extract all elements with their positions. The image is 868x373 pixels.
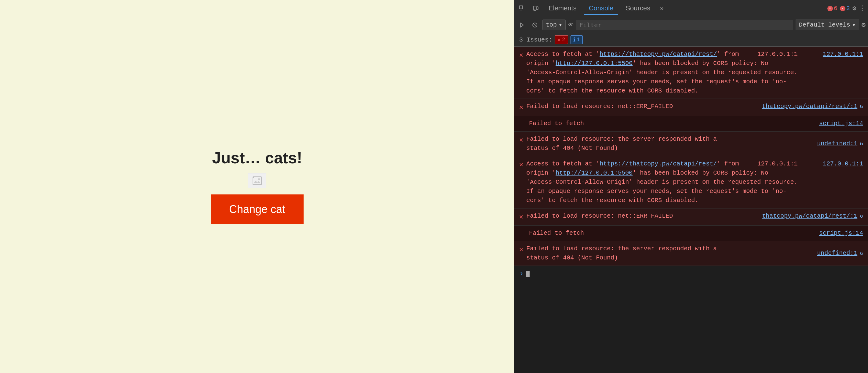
- svg-line-11: [533, 24, 536, 27]
- cors-link-4[interactable]: https://thatcopy.pw/catapi/rest/: [599, 160, 717, 167]
- console-entry-6: ✕ Failed to load resource: the server re…: [514, 241, 868, 266]
- context-selector[interactable]: top ▾: [542, 20, 566, 30]
- console-msg-4: Access to fetch at 'https://thatcopy.pw/…: [526, 159, 820, 205]
- console-msg-2: Failed to load resource: net::ERR_FAILED: [526, 102, 760, 111]
- source-link-4[interactable]: 127.0.0.1:1: [823, 159, 863, 205]
- error-icon-1: ✕: [519, 50, 523, 61]
- reload-icon-5[interactable]: ↻: [860, 212, 863, 221]
- settings-icon[interactable]: ⚙: [852, 4, 857, 12]
- console-sub-5: Failed to fetch script.js:14: [514, 226, 868, 241]
- console-output: ✕ Access to fetch at 'https://thatcopy.p…: [514, 47, 868, 373]
- sub-source-2[interactable]: script.js:14: [819, 119, 863, 128]
- svg-marker-9: [521, 23, 524, 27]
- error-icon-3: ✕: [519, 135, 523, 145]
- error-icon-2: ✕: [519, 103, 523, 113]
- source-link-6[interactable]: undefined:1: [817, 249, 857, 258]
- source-link-2[interactable]: thatcopy.pw/catapi/rest/:1: [762, 102, 857, 111]
- origin-link-4[interactable]: http://127.0.0.1:5500: [556, 169, 632, 176]
- reload-icon-6[interactable]: ↻: [860, 249, 863, 258]
- console-entry-2: ✕ Failed to load resource: net::ERR_FAIL…: [514, 99, 868, 116]
- console-msg-5: Failed to load resource: net::ERR_FAILED: [526, 211, 760, 221]
- levels-selector[interactable]: Default levels ▾: [796, 20, 859, 30]
- console-entry-4: ✕ Access to fetch at 'https://thatcopy.p…: [514, 156, 868, 208]
- device-icon[interactable]: [530, 3, 541, 14]
- console-sub-msg-5: Failed to fetch: [529, 229, 817, 238]
- context-label: top: [546, 21, 557, 28]
- issues-red-x: ✕: [557, 36, 561, 43]
- broken-image: [248, 173, 266, 188]
- more-options-icon[interactable]: ⋮: [859, 4, 866, 12]
- tab-elements[interactable]: Elements: [544, 2, 582, 15]
- change-cat-button[interactable]: Change cat: [211, 195, 304, 224]
- error-icon-6: ✕: [519, 245, 523, 255]
- console-msg-3: Failed to load resource: the server resp…: [526, 135, 814, 153]
- console-sub-2: Failed to fetch script.js:14: [514, 116, 868, 132]
- devtools-tab-bar: Elements Console Sources » ✕ 6 ✕ 2 ⚙ ⋮: [514, 0, 868, 17]
- tab-console[interactable]: Console: [584, 2, 618, 15]
- console-msg-6: Failed to load resource: the server resp…: [526, 244, 814, 263]
- issues-bar: 3 Issues: ✕ 2 ℹ 1: [514, 33, 868, 47]
- console-entry-3: ✕ Failed to load resource: the server re…: [514, 132, 868, 156]
- sub-source-5[interactable]: script.js:14: [819, 229, 863, 238]
- execute-icon[interactable]: [517, 20, 527, 30]
- issues-blue-icon: ℹ: [573, 36, 576, 43]
- error-icon-5: ✕: [519, 212, 523, 222]
- error-icon-4: ✕: [519, 160, 523, 170]
- warning-x-icon: ✕: [840, 6, 845, 11]
- webpage-panel: Just… cats! Change cat: [0, 0, 514, 373]
- prompt-cursor: [526, 271, 530, 277]
- console-entry-5: ✕ Failed to load resource: net::ERR_FAIL…: [514, 208, 868, 226]
- svg-rect-3: [520, 6, 523, 9]
- issues-label: 3 Issues:: [519, 36, 552, 43]
- cors-link-1[interactable]: https://thatcopy.pw/catapi/rest/: [599, 51, 717, 58]
- page-title: Just… cats!: [212, 149, 302, 167]
- console-sub-msg-2: Failed to fetch: [529, 119, 817, 128]
- clear-icon[interactable]: [530, 20, 540, 30]
- source-link-1[interactable]: 127.0.0.1:1: [823, 50, 863, 96]
- svg-rect-0: [253, 177, 261, 185]
- console-toolbar: top ▾ 👁 Default levels ▾ ⚙: [514, 17, 868, 33]
- issues-red-count[interactable]: ✕ 2: [555, 35, 568, 44]
- inspect-icon[interactable]: [517, 3, 528, 14]
- tab-sources[interactable]: Sources: [621, 2, 655, 15]
- reload-icon-3[interactable]: ↻: [860, 140, 863, 148]
- console-msg-1: Access to fetch at 'https://thatcopy.pw/…: [526, 50, 820, 96]
- console-entry-1: ✕ Access to fetch at 'https://thatcopy.p…: [514, 47, 868, 99]
- source-link-3[interactable]: undefined:1: [817, 139, 857, 148]
- origin-link-1[interactable]: http://127.0.0.1:5500: [556, 60, 632, 67]
- filter-input[interactable]: [576, 20, 793, 30]
- warning-badge: ✕ 2: [840, 5, 850, 12]
- reload-icon-2[interactable]: ↻: [860, 103, 863, 111]
- error-x-icon: ✕: [827, 6, 833, 11]
- eye-icon[interactable]: 👁: [568, 22, 574, 28]
- error-badge: ✕ 6: [827, 5, 837, 12]
- prompt-arrow: ›: [519, 270, 524, 278]
- svg-rect-7: [536, 7, 538, 9]
- context-chevron: ▾: [559, 21, 562, 29]
- issues-blue-count[interactable]: ℹ 1: [570, 35, 583, 44]
- source-link-5[interactable]: thatcopy.pw/catapi/rest/:1: [762, 211, 857, 221]
- devtools-panel: Elements Console Sources » ✕ 6 ✕ 2 ⚙ ⋮: [514, 0, 868, 373]
- more-tabs-icon[interactable]: »: [657, 4, 666, 13]
- svg-point-1: [258, 178, 260, 180]
- console-prompt[interactable]: ›: [514, 266, 868, 281]
- console-settings-icon[interactable]: ⚙: [862, 21, 866, 29]
